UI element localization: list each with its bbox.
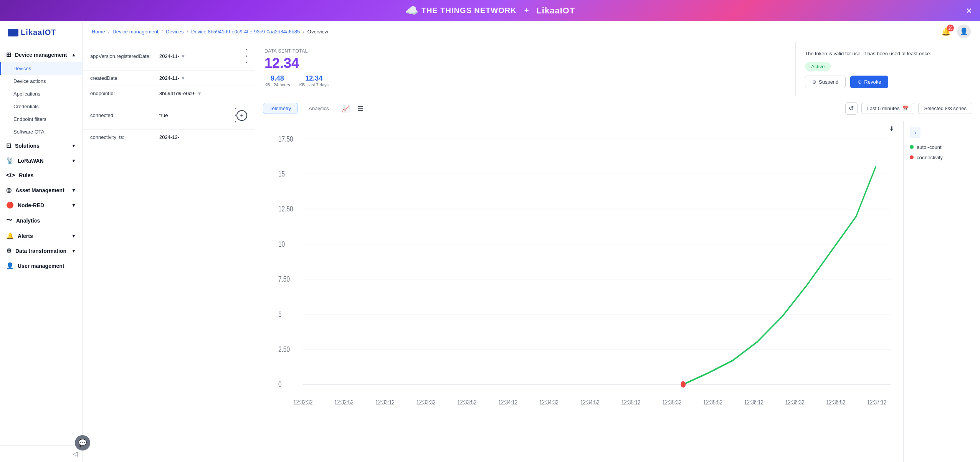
svg-text:12:32:32: 12:32:32 [293, 399, 312, 406]
sidebar-section-node-red[interactable]: 🔴 Node-RED ▼ [0, 198, 82, 213]
sidebar-logo: LikaaIOT [0, 21, 82, 44]
collapse-button[interactable]: ◁ [73, 450, 78, 457]
banner-logo: ☁️ THE THINGS NETWORK + LikaaIOT [405, 4, 575, 17]
legend-item-auto-count: auto~count [910, 144, 974, 150]
data-transform-icon: ⚙ [6, 247, 12, 254]
ttn-text: THE THINGS NETWORK [421, 6, 517, 15]
suspend-button[interactable]: ⊙ Suspend [805, 76, 846, 88]
lorawan-icon: 📡 [6, 157, 14, 164]
sidebar-section-data-transformation[interactable]: ⚙ Data transformation ▼ [0, 243, 82, 258]
series-selector[interactable]: Selected 8/8 series [918, 103, 972, 114]
table-view-icon[interactable]: ☰ [356, 103, 365, 114]
sidebar-collapse: ◁ [0, 445, 82, 462]
svg-text:10: 10 [278, 239, 285, 248]
created-date-dropdown[interactable]: ▼ [181, 76, 185, 81]
svg-text:12:33:52: 12:33:52 [457, 399, 476, 406]
chart-toolbar-right: ↺ Last 5 minutes 📅 Selected 8/8 series [845, 102, 972, 115]
token-message: The token is valid for use. It has been … [805, 50, 971, 58]
breadcrumb-current: Overview [307, 29, 328, 35]
user-avatar[interactable]: 👤 [957, 25, 971, 38]
field-value-endpoint-id: 8b5941d9-e0c9- ▼ [159, 91, 247, 96]
breadcrumb-device-management[interactable]: Device management [112, 29, 158, 35]
chart-area: Telemetry Analytics 📈 ☰ ↺ Last 5 minutes… [255, 96, 980, 462]
cloud-icon: ☁️ [405, 4, 418, 17]
breadcrumb-sep-1: / [108, 29, 110, 35]
breadcrumb-device-id[interactable]: Device 8b5941d9-e0c9-4ffe-93c9-0aa2d84a6… [191, 29, 300, 35]
stats-24h: 9.48 KB , 24 hours [264, 74, 290, 87]
download-button[interactable]: ⬇ [889, 125, 894, 132]
sidebar-section-analytics[interactable]: 〜 Analytics [0, 213, 82, 228]
sidebar-section-asset-management[interactable]: ◎ Asset Management ▼ [0, 183, 82, 198]
analytics-label: Analytics [16, 218, 40, 224]
devices-label: Devices [13, 66, 31, 71]
sidebar-item-software-ota[interactable]: Software OTA [0, 125, 82, 138]
svg-text:15: 15 [278, 170, 285, 178]
endpoint-id-dropdown[interactable]: ▼ [197, 91, 202, 96]
rules-icon: </> [6, 172, 15, 179]
svg-text:12:35:52: 12:35:52 [703, 399, 722, 406]
sidebar-item-devices[interactable]: Devices [0, 62, 82, 75]
sidebar-item-credentials[interactable]: Credentials [0, 100, 82, 113]
legend-collapse-button[interactable]: › [910, 127, 921, 138]
endpoint-id-value: 8b5941d9-e0c9- [159, 91, 196, 96]
notification-button[interactable]: 🔔 26 [941, 27, 951, 36]
svg-point-16 [681, 381, 686, 387]
chart-svg-area: ⬇ 17.50 15 12.50 10 7.50 5 2.50 0 [255, 121, 903, 462]
svg-text:12.50: 12.50 [278, 205, 293, 213]
revoke-icon: ⊙ [858, 79, 862, 85]
node-red-icon: 🔴 [6, 201, 14, 209]
sidebar-section-user-management[interactable]: 👤 User management [0, 258, 82, 273]
legend-item-connectivity: connectivity [910, 155, 974, 160]
field-value-connected: true [159, 112, 235, 118]
sidebar-section-lorawan[interactable]: 📡 LoRaWAN ▼ [0, 153, 82, 168]
revoke-button[interactable]: ⊙ Revoke [850, 76, 888, 88]
stats-left: Data sent total 12.34 9.48 KB , 24 hours… [255, 42, 796, 96]
credentials-label: Credentials [13, 104, 39, 109]
calendar-icon: 📅 [902, 106, 909, 111]
chevron-up-icon: ▲ [71, 52, 76, 58]
asset-mgmt-chevron-icon: ▼ [71, 188, 76, 193]
sidebar-section-device-management[interactable]: ⊞ Device management ▲ [0, 47, 82, 62]
sidebar-item-device-actions[interactable]: Device actions [0, 75, 82, 87]
sidebar-section-solutions[interactable]: ⊡ Solutions ▼ [0, 138, 82, 153]
svg-text:12:36:32: 12:36:32 [785, 399, 805, 406]
breadcrumb: Home / Device management / Devices / Dev… [92, 29, 328, 35]
sidebar-section-rules[interactable]: </> Rules [0, 168, 82, 183]
svg-text:12:35:12: 12:35:12 [621, 399, 640, 406]
field-value-created-date: 2024-11- ▼ [159, 75, 247, 81]
alerts-label: Alerts [18, 233, 33, 239]
app-version-dropdown[interactable]: ▼ [181, 54, 185, 59]
chat-bubble[interactable]: 💬 [75, 435, 90, 450]
tab-analytics[interactable]: Analytics [302, 103, 335, 114]
line-chart-icon[interactable]: 📈 [340, 103, 351, 114]
ttn-logo: ☁️ THE THINGS NETWORK [405, 4, 517, 17]
breadcrumb-home[interactable]: Home [92, 29, 105, 35]
token-actions: ⊙ Suspend ⊙ Revoke [805, 76, 971, 88]
svg-text:12:36:12: 12:36:12 [744, 399, 764, 406]
legend-panel: › auto~count connectivity [903, 121, 980, 462]
asset-mgmt-icon: ◎ [6, 186, 12, 194]
sidebar-item-applications[interactable]: Applications [0, 87, 82, 100]
svg-text:12:37:12: 12:37:12 [867, 399, 886, 406]
close-button[interactable]: ✕ [966, 6, 972, 15]
svg-text:12:35:32: 12:35:32 [662, 399, 681, 406]
device-management-icon: ⊞ [6, 51, 11, 58]
chart-toolbar: Telemetry Analytics 📈 ☰ ↺ Last 5 minutes… [255, 96, 980, 121]
svg-text:5: 5 [278, 310, 282, 318]
device-field-created-date: createdDate: 2024-11- ▼ [83, 71, 255, 86]
svg-text:12:34:52: 12:34:52 [580, 399, 600, 406]
breadcrumb-sep-3: / [187, 29, 188, 35]
refresh-button[interactable]: ↺ [845, 102, 858, 115]
sidebar-item-endpoint-filters[interactable]: Endpoint filters [0, 113, 82, 125]
sidebar-section-alerts[interactable]: 🔔 Alerts ▼ [0, 228, 82, 243]
tab-telemetry[interactable]: Telemetry [263, 103, 297, 114]
add-field-button[interactable]: + [236, 110, 247, 121]
stats-7d-label: KB , last 7 days [299, 82, 329, 87]
user-mgmt-icon: 👤 [6, 262, 14, 269]
breadcrumb-sep-4: / [303, 29, 304, 35]
legend-label-connectivity: connectivity [917, 155, 943, 160]
device-field-connectivity-ts: connectivity_ts: 2024-12- [83, 130, 255, 145]
breadcrumb-devices[interactable]: Devices [166, 29, 183, 35]
field-actions-1[interactable]: ••• [245, 47, 247, 66]
time-range-selector[interactable]: Last 5 minutes 📅 [861, 103, 915, 114]
